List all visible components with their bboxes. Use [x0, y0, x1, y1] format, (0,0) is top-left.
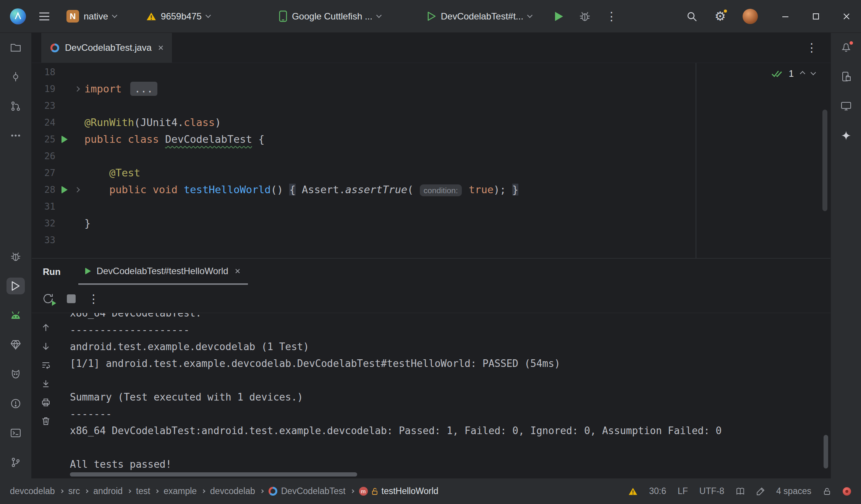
more-actions-icon[interactable]: ⋮ [606, 11, 617, 22]
play-icon [85, 268, 91, 275]
running-devices-icon[interactable] [837, 98, 855, 115]
vcs-widget[interactable]: 9659b475 [146, 11, 210, 22]
breadcrumb-item[interactable]: devcodelab [210, 486, 255, 496]
pull-requests-icon[interactable] [6, 98, 25, 115]
console-scrollbar[interactable] [824, 435, 828, 468]
project-name: native [84, 11, 108, 22]
console-line-clipped: x86_64 DevCodelabTest: [70, 313, 830, 321]
warning-triangle-icon[interactable] [628, 487, 638, 496]
up-arrow-icon[interactable] [39, 321, 53, 334]
code-editor[interactable]: 1819import ...2324@RunWith(JUnit4.class)… [32, 63, 830, 258]
horizontal-scrollbar[interactable] [70, 472, 357, 477]
more-tool-windows-icon[interactable] [6, 127, 25, 144]
notifications-bell-icon[interactable] [837, 39, 855, 56]
terminal-icon[interactable] [6, 425, 25, 441]
run-button[interactable] [554, 11, 564, 22]
run-gutter-icon[interactable] [62, 186, 68, 194]
tab-options-icon[interactable]: ⋮ [806, 42, 817, 53]
console-output[interactable]: x86_64 DevCodelabTest:------------------… [60, 313, 830, 478]
down-arrow-icon[interactable] [39, 339, 53, 353]
problems-icon[interactable] [6, 395, 25, 412]
run-gutter-icon[interactable] [62, 136, 68, 143]
caret-position[interactable]: 30:6 [649, 486, 666, 496]
breadcrumb-item[interactable]: example [163, 486, 197, 496]
warning-icon [146, 12, 156, 21]
breadcrumb-item-current[interactable]: m testHelloWorld [359, 486, 439, 496]
inspection-widget[interactable]: 1 [771, 68, 815, 79]
file-encoding[interactable]: UTF-8 [699, 486, 724, 496]
run-more-options-icon[interactable]: ⋮ [88, 293, 99, 305]
editor-tab[interactable]: DevCodelabTest.java [41, 33, 172, 63]
checks-icon [771, 69, 782, 78]
print-icon[interactable] [39, 396, 53, 409]
code-text: @Test [84, 165, 140, 181]
next-problem-icon[interactable] [811, 70, 816, 75]
code-line[interactable]: 28 public void testHelloWorld() { Assert… [32, 181, 830, 198]
breadcrumb-item[interactable]: android [93, 486, 123, 496]
code-line[interactable]: 19import ... [32, 81, 830, 97]
run-config-selector[interactable]: DevCodelabTest#t... [427, 11, 532, 22]
prev-problem-icon[interactable] [800, 71, 805, 76]
close-icon[interactable] [157, 44, 164, 51]
debug-button[interactable] [579, 11, 591, 22]
code-line[interactable]: 31 [32, 198, 830, 215]
project-widget[interactable]: N native [66, 10, 117, 23]
line-number: 28 [32, 181, 55, 198]
code-line[interactable]: 32} [32, 215, 830, 232]
run-tab[interactable]: DevCodelabTest#testHelloWorld [78, 258, 248, 285]
close-button[interactable] [842, 12, 851, 21]
maximize-button[interactable] [811, 12, 821, 21]
gemini-sparkle-icon[interactable] [837, 127, 855, 144]
code-line[interactable]: 27 @Test [32, 165, 830, 181]
run-toolbar: ⋮ [32, 285, 830, 313]
main-menu-icon[interactable] [39, 12, 50, 21]
gutter-icons [55, 131, 84, 148]
breadcrumb-item[interactable]: DevCodelabTest [269, 486, 346, 496]
logcat-cat-icon[interactable] [6, 366, 25, 383]
code-line[interactable]: 33 [32, 232, 830, 249]
close-icon[interactable] [234, 268, 241, 275]
code-line[interactable]: 24@RunWith(JUnit4.class) [32, 114, 830, 131]
code-line[interactable]: 26 [32, 148, 830, 165]
app-quality-insights-icon[interactable] [6, 336, 25, 353]
settings-gear-icon[interactable]: ⚙ [714, 10, 726, 23]
device-manager-icon[interactable] [6, 307, 25, 324]
editor-scrollbar[interactable] [822, 110, 827, 211]
search-icon[interactable] [686, 11, 698, 22]
breadcrumb-item[interactable]: src [68, 486, 80, 496]
avatar[interactable] [743, 9, 758, 24]
code-line[interactable]: 18 [32, 64, 830, 81]
commit-icon[interactable] [6, 68, 25, 85]
device-selector[interactable]: Google Cuttlefish ... [279, 10, 381, 22]
rerun-icon[interactable] [42, 293, 55, 305]
soft-wrap-icon[interactable] [39, 358, 53, 372]
console-line: [1/1] android.test.example.devcodelab.De… [70, 355, 830, 372]
pen-icon[interactable] [756, 487, 765, 496]
console-line [70, 372, 830, 389]
fold-chevron-icon[interactable] [74, 187, 80, 192]
chevron-right-icon [202, 489, 206, 493]
test-class-icon [269, 487, 277, 496]
stop-icon[interactable] [67, 294, 76, 303]
breadcrumb-item[interactable]: devcodelab [10, 486, 55, 496]
run-toolwindow-icon[interactable] [6, 278, 25, 294]
chevron-down-icon [527, 12, 532, 18]
project-folder-icon[interactable] [6, 39, 25, 56]
clear-all-trash-icon[interactable] [39, 414, 53, 428]
lock-icon[interactable] [823, 487, 831, 496]
breadcrumb-item[interactable]: test [136, 486, 150, 496]
indent-config[interactable]: 4 spaces [776, 486, 811, 496]
code-line[interactable]: 25public class DevCodelabTest { [32, 131, 830, 148]
device-explorer-icon[interactable] [837, 68, 855, 85]
fatal-error-indicator[interactable] [843, 487, 851, 496]
version-control-icon[interactable] [6, 454, 25, 471]
reader-mode-icon[interactable] [736, 487, 745, 496]
fold-chevron-icon[interactable] [74, 86, 80, 92]
code-text: import ... [84, 81, 157, 97]
debug-toolwindow-icon[interactable] [6, 248, 25, 265]
gutter-icons [55, 165, 84, 181]
code-line[interactable]: 23 [32, 97, 830, 114]
line-ending[interactable]: LF [678, 486, 688, 496]
scroll-to-end-icon[interactable] [39, 377, 53, 391]
minimize-button[interactable] [781, 12, 790, 21]
